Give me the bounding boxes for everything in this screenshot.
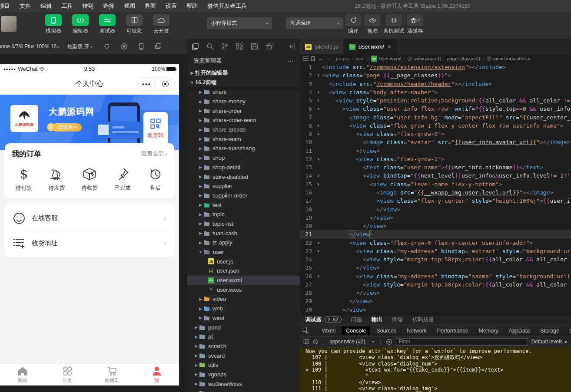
hot-reload-toggle[interactable]: 热重载 开▾ xyxy=(67,43,92,50)
tree-item-video[interactable]: ▶video xyxy=(187,294,300,304)
tree-item-supplier-order[interactable]: ▶supplier-order xyxy=(187,191,300,201)
service-item-在线客服[interactable]: 在线客服› xyxy=(5,206,174,231)
code-line-21[interactable]: 21 </view> xyxy=(300,230,571,238)
tree-item-share-qrcode[interactable]: ▶share-qrcode xyxy=(187,125,300,135)
tree-item-partial[interactable]: ▶ xyxy=(187,389,300,392)
close-icon[interactable]: × xyxy=(388,43,391,50)
code-line-19[interactable]: 19 </view> xyxy=(300,214,571,222)
fold-chevron-icon[interactable]: ∨ xyxy=(315,96,322,105)
menu-item[interactable]: 微信开发者工具 xyxy=(203,0,252,12)
tabbar-item-分类[interactable]: 分类 xyxy=(45,364,90,385)
view-all-orders-link[interactable]: 查看全部 xyxy=(141,150,164,158)
code-line-1[interactable]: 1<include src="/commons/extension/extens… xyxy=(300,63,571,71)
exit-icon[interactable] xyxy=(156,81,174,87)
log-levels-select[interactable]: Default levels ▼ xyxy=(531,339,568,345)
debug-tab-问题[interactable]: 问题 xyxy=(351,316,362,323)
fold-chevron-icon[interactable]: ∨ xyxy=(315,122,322,130)
fold-chevron-icon[interactable]: ∨ xyxy=(315,88,322,96)
rotate-icon[interactable] xyxy=(103,43,110,50)
code-line-6[interactable]: 6∨ <view class="user-info flex-row" wx:i… xyxy=(300,105,571,113)
code-line-25[interactable]: 25 </view> xyxy=(300,264,571,272)
search-icon[interactable] xyxy=(206,43,214,50)
code-line-13[interactable]: 13 <text class="user-name">{{user_info.n… xyxy=(300,163,571,171)
device-select[interactable]: hone 6/7/8 Plus 100% 16▾ xyxy=(0,43,60,49)
debug-tab-调试器[interactable]: 调试器2, 52 xyxy=(305,316,342,323)
menu-item[interactable]: 选择 xyxy=(98,0,119,12)
tree-item-user.js[interactable]: JSuser.js xyxy=(187,257,300,266)
tree-item-share-team[interactable]: ▶share-team xyxy=(187,134,300,144)
more-actions-icon[interactable]: ⋯ xyxy=(288,57,294,64)
tree-item-supplier[interactable]: ▶supplier xyxy=(187,181,300,191)
code-line-23[interactable]: 23∨ <view class="my-address" bindtap='ex… xyxy=(300,247,571,255)
code-line-16[interactable]: 16 <image src="{{__wxapp_img.user.level.… xyxy=(300,188,571,197)
tree-item-topic-list[interactable]: ▶topic-list xyxy=(187,219,300,229)
eye-watch-icon[interactable] xyxy=(386,339,392,345)
pickup-code-button[interactable]: 取货码 xyxy=(143,112,168,146)
teapot-icon[interactable] xyxy=(266,43,273,50)
more-icon[interactable]: ●●● xyxy=(137,82,156,86)
editor-tab-siteinfo.js[interactable]: JSsiteinfo.js xyxy=(300,39,344,54)
toolbar-button-编辑器[interactable]: 编辑器 xyxy=(69,14,92,35)
record-icon[interactable] xyxy=(121,43,128,50)
tree-item-user.wxml[interactable]: <>user.wxml xyxy=(187,276,300,285)
fold-chevron-icon[interactable]: ∨ xyxy=(315,239,322,247)
action-编译[interactable]: 编译 xyxy=(345,14,362,35)
console-output[interactable]: Now you can provide attr `wx:key` for a … xyxy=(300,347,571,392)
fold-chevron-icon[interactable]: ∨ xyxy=(315,71,322,79)
tabbar-item-购物车[interactable]: 购物车 xyxy=(90,364,134,385)
code-line-18[interactable]: 18 </view> xyxy=(300,205,571,214)
action-预览[interactable]: 预览 xyxy=(364,14,381,35)
code-line-5[interactable]: 5∨ <view style="position:relative;backgr… xyxy=(300,96,571,105)
menu-item[interactable]: 视图 xyxy=(119,0,140,12)
tree-item-share-order[interactable]: ▶share-order xyxy=(187,106,300,115)
code-line-15[interactable]: 15∨ <view class="level-name flex-y-botto… xyxy=(300,180,571,188)
code-area[interactable]: 1<include src="/commons/extension/extens… xyxy=(300,63,571,314)
code-line-14[interactable]: 14∨ <view bindtap="{{next_level||user_in… xyxy=(300,171,571,180)
toolbar-button-调试器[interactable]: 调试器 xyxy=(96,14,119,35)
tree-item-share[interactable]: ▶share xyxy=(187,87,300,97)
tree-item-tuan-cash[interactable]: ▶tuan-cash xyxy=(187,228,300,238)
devtools-tab-Console[interactable]: Console xyxy=(342,326,370,335)
order-item-待收货[interactable]: 待收货 xyxy=(73,166,106,192)
tree-item-shop[interactable]: ▶shop xyxy=(187,153,300,163)
files-icon[interactable] xyxy=(192,43,199,50)
devtools-tab-Security[interactable]: Security xyxy=(565,326,571,335)
tree-item-tz-apply[interactable]: ▶tz-apply xyxy=(187,238,300,247)
action-真机调试[interactable]: 真机调试 xyxy=(383,14,404,35)
tree-item-user[interactable]: ▼user xyxy=(187,247,300,257)
wechat-capsule[interactable]: ●●● xyxy=(137,77,175,91)
extensions-icon[interactable] xyxy=(236,43,243,50)
code-line-11[interactable]: 11 </view> xyxy=(300,147,571,155)
breadcrumb-item[interactable]: view.body.after-n xyxy=(486,56,531,61)
code-line-27[interactable]: 27 <view style="margin-top:58rpx;color:{… xyxy=(300,280,571,289)
back-icon[interactable]: ← xyxy=(318,56,323,61)
order-item-待付款[interactable]: $待付款 xyxy=(7,166,40,192)
tree-item-test[interactable]: ▶test xyxy=(187,200,300,210)
git-branch-icon[interactable] xyxy=(221,43,229,50)
breadcrumb-item[interactable]: pages xyxy=(336,56,349,61)
code-line-26[interactable]: 26∨ <view class="my-address" bindtap="sa… xyxy=(300,272,571,280)
clear-console-icon[interactable] xyxy=(313,339,319,345)
tree-item-web[interactable]: ▶web xyxy=(187,304,300,313)
user-avatar[interactable] xyxy=(1,16,17,32)
breadcrumb-item[interactable]: <>user.wxml xyxy=(371,56,401,62)
code-line-22[interactable]: 22∨ <view class="flex-grow-0 flex-y-cent… xyxy=(300,239,571,247)
tree-item-vgoods[interactable]: ▶vgoods xyxy=(187,370,300,379)
code-line-8[interactable]: 8∨ <view class="flex-grow-1 flex-y-cente… xyxy=(300,122,571,130)
windows-icon[interactable] xyxy=(155,43,162,50)
code-line-7[interactable]: 7 <image class="user-info-bg" mode="aspe… xyxy=(300,113,571,122)
menu-item[interactable]: 界面 xyxy=(140,0,161,12)
devtools-tab-AppData[interactable]: AppData xyxy=(505,326,534,335)
tree-item-topic[interactable]: ▶topic xyxy=(187,210,300,219)
tree-item-pond[interactable]: ▶pond xyxy=(187,323,300,332)
code-line-30[interactable]: 30 </view> xyxy=(300,306,571,314)
tabbar-item-我[interactable]: 我 xyxy=(134,364,179,385)
devtools-tab-Storage[interactable]: Storage xyxy=(536,326,564,335)
tree-item-share-order-team[interactable]: ▶share-order-team xyxy=(187,115,300,125)
devtools-tab-Network[interactable]: Network xyxy=(402,326,431,335)
tree-item-user.json[interactable]: {..}user.json xyxy=(187,266,300,276)
code-line-10[interactable]: 10 <image class="avatar" src="{{user_inf… xyxy=(300,138,571,146)
bookmark-icon[interactable] xyxy=(310,56,315,62)
fold-chevron-icon[interactable]: ∨ xyxy=(315,180,322,188)
order-item-已完成[interactable]: 已完成 xyxy=(106,166,139,192)
